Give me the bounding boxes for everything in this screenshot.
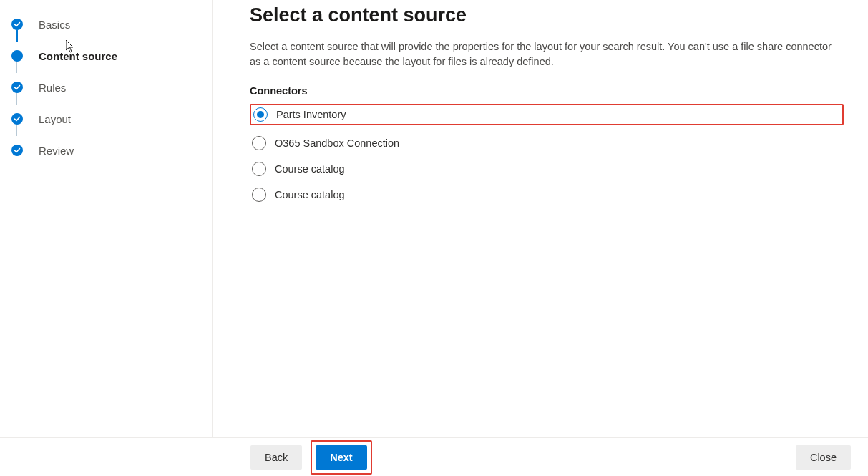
svg-point-2 <box>11 113 23 125</box>
wizard-step-basics[interactable]: Basics <box>11 9 212 40</box>
page-description: Select a content source that will provid… <box>250 39 844 69</box>
wizard-step-label: Review <box>39 145 74 157</box>
radio-icon <box>253 107 268 122</box>
connectors-group-label: Connectors <box>250 85 844 97</box>
content-area: Select a content source Select a content… <box>213 0 868 437</box>
check-circle-icon <box>11 113 23 125</box>
connector-radio-course-catalog[interactable]: Course catalog <box>250 187 347 203</box>
wizard-step-layout[interactable]: Layout <box>11 103 212 135</box>
close-button[interactable]: Close <box>796 445 851 470</box>
check-circle-icon <box>11 82 23 93</box>
connector-radio-parts-inventory[interactable]: Parts Inventory <box>251 107 348 122</box>
radio-icon <box>252 162 266 176</box>
wizard-step-label: Content source <box>39 50 117 62</box>
step-dot-icon <box>11 50 23 62</box>
check-circle-icon <box>11 19 23 30</box>
page-title: Select a content source <box>250 4 844 26</box>
radio-label: Course catalog <box>275 163 345 175</box>
next-button[interactable]: Next <box>316 445 366 470</box>
connectors-radio-group: Parts InventoryO365 Sandbox ConnectionCo… <box>250 104 844 203</box>
footer-bar: Back Next Close <box>0 437 868 476</box>
tutorial-highlight: Next <box>311 440 371 475</box>
radio-label: O365 Sandbox Connection <box>275 137 399 149</box>
svg-point-1 <box>11 82 23 93</box>
tutorial-highlight: Parts Inventory <box>250 104 844 125</box>
back-button[interactable]: Back <box>250 445 302 470</box>
radio-icon <box>252 136 266 150</box>
wizard-step-review[interactable]: Review <box>11 135 212 166</box>
wizard-step-label: Layout <box>39 113 71 125</box>
wizard-sidebar: BasicsContent sourceRulesLayoutReview <box>0 0 213 437</box>
wizard-step-rules[interactable]: Rules <box>11 72 212 103</box>
svg-point-0 <box>11 19 23 30</box>
radio-label: Course catalog <box>275 189 345 200</box>
wizard-step-label: Rules <box>39 82 66 94</box>
wizard-step-label: Basics <box>39 19 70 31</box>
connector-radio-course-catalog[interactable]: Course catalog <box>250 161 347 177</box>
connector-radio-o365-sandbox-connection[interactable]: O365 Sandbox Connection <box>250 135 401 151</box>
check-circle-icon <box>11 145 23 156</box>
svg-point-3 <box>11 145 23 156</box>
wizard-step-content-source[interactable]: Content source <box>11 40 212 72</box>
radio-icon <box>252 188 266 202</box>
radio-label: Parts Inventory <box>276 109 346 120</box>
